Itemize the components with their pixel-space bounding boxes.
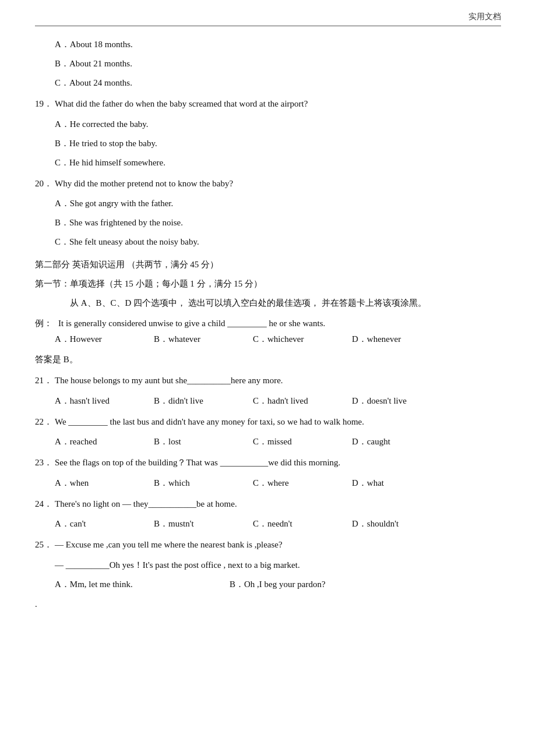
q22-opt-a: A．reached bbox=[55, 434, 154, 450]
option-c-18: C．About 24 months. bbox=[55, 75, 501, 91]
q18-options-block: A．About 18 months. B．About 21 months. C．… bbox=[35, 37, 501, 91]
q20-stem: 20． Why did the mother pretend not to kn… bbox=[35, 176, 501, 192]
example-label: 例： bbox=[35, 316, 58, 331]
q21-num: 21． bbox=[35, 373, 55, 388]
section2-title: 第二部分 英语知识运用 （共两节，满分 45 分） bbox=[35, 257, 501, 273]
q20-option-c: C．She felt uneasy about the noisy baby. bbox=[55, 234, 501, 250]
q19-stem: 19． What did the father do when the baby… bbox=[35, 97, 501, 112]
example-options-row: A．However B．whatever C．whichever D．whene… bbox=[55, 331, 501, 347]
q22-stem: 22． We _________ the last bus and didn't… bbox=[35, 415, 501, 430]
q24-opt-c: C．needn't bbox=[253, 516, 352, 532]
q21-text: The house belongs to my aunt but she____… bbox=[55, 373, 501, 388]
example-answer: 答案是 B。 bbox=[35, 352, 501, 368]
q24-num: 24． bbox=[35, 497, 55, 512]
q23-opt-c: C．where bbox=[253, 475, 352, 491]
example-stem-text: It is generally considered unwise to giv… bbox=[58, 316, 325, 331]
q25-stem2-text: — __________Oh yes！It's past the post of… bbox=[55, 560, 300, 570]
q22-text: We _________ the last bus and didn't hav… bbox=[55, 415, 501, 430]
q24-text: There's no light on — they___________be … bbox=[55, 497, 501, 512]
example-stem-row: 例： It is generally considered unwise to … bbox=[35, 316, 501, 331]
q25-opt-b: B．Oh ,I beg your pardon? bbox=[230, 577, 404, 592]
question-25: 25． — Excuse me ,can you tell me where t… bbox=[35, 538, 501, 592]
q19-text: What did the father do when the baby scr… bbox=[55, 97, 501, 112]
question-22: 22． We _________ the last bus and didn't… bbox=[35, 415, 501, 450]
q20-option-b: B．She was frightened by the noise. bbox=[55, 215, 501, 231]
q19-num: 19． bbox=[35, 97, 55, 112]
q23-options: A．when B．which C．where D．what bbox=[55, 475, 501, 491]
q21-stem: 21． The house belongs to my aunt but she… bbox=[35, 373, 501, 388]
q25-stem1-row: 25． — Excuse me ,can you tell me where t… bbox=[35, 538, 501, 553]
q24-stem: 24． There's no light on — they__________… bbox=[35, 497, 501, 512]
q24-opt-b: B．mustn't bbox=[154, 516, 253, 532]
q22-num: 22． bbox=[35, 415, 55, 430]
example-opt-d: D．whenever bbox=[352, 331, 451, 347]
q19-option-a: A．He corrected the baby. bbox=[55, 116, 501, 132]
q24-opt-a: A．can't bbox=[55, 516, 154, 532]
q23-stem: 23． See the flags on top of the building… bbox=[35, 455, 501, 471]
q23-opt-d: D．what bbox=[352, 475, 451, 491]
q20-num: 20． bbox=[35, 176, 55, 192]
example-block: 例： It is generally considered unwise to … bbox=[35, 316, 501, 368]
section2-1-desc: 从 A、B、C、D 四个选项中， 选出可以填入空白处的最佳选项， 并在答题卡上将… bbox=[70, 295, 501, 311]
footer-dot: . bbox=[35, 599, 501, 609]
q22-opt-b: B．lost bbox=[154, 434, 253, 450]
q19-option-c: C．He hid himself somewhere. bbox=[55, 155, 501, 171]
question-24: 24． There's no light on — they__________… bbox=[35, 497, 501, 532]
q25-num: 25． bbox=[35, 538, 55, 553]
question-23: 23． See the flags on top of the building… bbox=[35, 455, 501, 491]
q22-opt-c: C．missed bbox=[253, 434, 352, 450]
q21-opt-b: B．didn't live bbox=[154, 393, 253, 409]
q25-stem1-text: — Excuse me ,can you tell me where the n… bbox=[55, 538, 501, 553]
header-label: 实用文档 bbox=[468, 12, 501, 22]
q25-options: A．Mm, let me think. B．Oh ,I beg your par… bbox=[55, 577, 501, 592]
q25-opt-a: A．Mm, let me think. bbox=[55, 577, 230, 592]
q20-option-a: A．She got angry with the father. bbox=[55, 196, 501, 211]
option-a-18: A．About 18 months. bbox=[55, 37, 501, 52]
question-21: 21． The house belongs to my aunt but she… bbox=[35, 373, 501, 409]
q23-opt-b: B．which bbox=[154, 475, 253, 491]
q24-options: A．can't B．mustn't C．needn't D．shouldn't bbox=[55, 516, 501, 532]
q19-option-b: B．He tried to stop the baby. bbox=[55, 136, 501, 151]
q25-stem2-row: — __________Oh yes！It's past the post of… bbox=[55, 557, 501, 573]
example-opt-b: B．whatever bbox=[154, 331, 253, 347]
example-opt-a: A．However bbox=[55, 331, 154, 347]
q22-options: A．reached B．lost C．missed D．caught bbox=[55, 434, 501, 450]
q21-opt-a: A．hasn't lived bbox=[55, 393, 154, 409]
q23-num: 23． bbox=[35, 455, 55, 471]
q21-options: A．hasn't lived B．didn't live C．hadn't li… bbox=[55, 393, 501, 409]
example-opt-c: C．whichever bbox=[253, 331, 352, 347]
q20-text: Why did the mother pretend not to know t… bbox=[55, 176, 501, 192]
option-b-18: B．About 21 months. bbox=[55, 56, 501, 72]
q23-text: See the flags on top of the building？Tha… bbox=[55, 455, 501, 471]
q24-opt-d: D．shouldn't bbox=[352, 516, 451, 532]
q23-opt-a: A．when bbox=[55, 475, 154, 491]
q22-opt-d: D．caught bbox=[352, 434, 451, 450]
question-19: 19． What did the father do when the baby… bbox=[35, 97, 501, 171]
question-20: 20． Why did the mother pretend not to kn… bbox=[35, 176, 501, 250]
section2-1-title: 第一节：单项选择（共 15 小题；每小题 1 分，满分 15 分） bbox=[35, 276, 501, 292]
q21-opt-d: D．doesn't live bbox=[352, 393, 451, 409]
q21-opt-c: C．hadn't lived bbox=[253, 393, 352, 409]
